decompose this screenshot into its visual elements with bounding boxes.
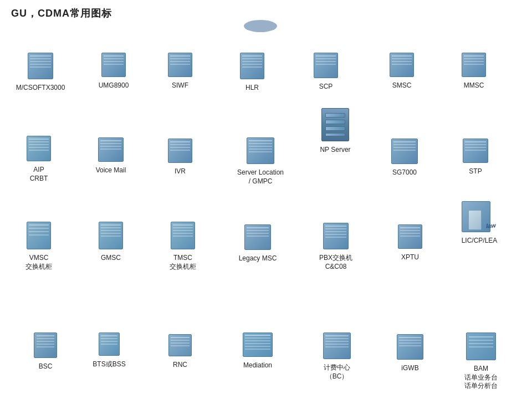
icon-umg: UMG8900 bbox=[89, 53, 139, 90]
icon-siwf-label: SIWF bbox=[172, 81, 188, 90]
icon-ivr: IVR bbox=[158, 139, 202, 176]
icon-aip-label: AIP CRBT bbox=[30, 166, 48, 183]
icon-vmsc: VMSC 交换机柜 bbox=[14, 222, 64, 271]
icon-jiefei-label: 计费中心 （BC） bbox=[324, 364, 350, 381]
icon-legacymsc-label: Legacy MSC bbox=[239, 254, 277, 263]
icon-gmsc: GMSC bbox=[89, 222, 133, 263]
icon-mediation: Mediation bbox=[230, 332, 285, 370]
icon-rnc-label: RNC bbox=[173, 361, 187, 370]
icon-bsc-label: BSC bbox=[39, 362, 53, 371]
icon-stp: STP bbox=[453, 139, 498, 176]
icon-gmsc-label: GMSC bbox=[101, 254, 121, 263]
page-title: GU，CDMA常用图标 bbox=[11, 7, 112, 20]
icon-scp-label: SCP bbox=[319, 83, 333, 91]
icon-mcsoft: M/CSOFTX3000 bbox=[10, 53, 71, 93]
icon-ivr-label: IVR bbox=[175, 167, 186, 176]
icon-siwf: SIWF bbox=[155, 53, 205, 90]
icon-stp-label: STP bbox=[469, 167, 482, 176]
icon-jiefei: 计费中心 （BC） bbox=[309, 332, 365, 381]
icon-bam: BAM 话单业务台 话单分析台 bbox=[453, 332, 509, 391]
icon-legacymsc: Legacy MSC bbox=[230, 224, 285, 263]
icon-npserver: NP Server bbox=[310, 108, 360, 155]
icon-xptu-label: XPTU bbox=[401, 253, 419, 262]
icon-liccp-label: LIC/CP/LEA bbox=[462, 237, 498, 245]
icon-vmail: Voice Mail bbox=[86, 137, 136, 175]
icon-tmsc: TMSC 交换机柜 bbox=[158, 222, 208, 271]
icon-pbx: PBX交换机 C&C08 bbox=[308, 223, 364, 271]
icon-bsc: BSC bbox=[23, 332, 68, 371]
icon-bts: BTS或BSS bbox=[84, 332, 134, 369]
icon-mmsc-label: MMSC bbox=[464, 81, 484, 90]
icon-mmsc: MMSC bbox=[452, 53, 496, 90]
icon-serverloc: Server Location / GMPC bbox=[233, 137, 288, 186]
icon-liccp: law LIC/CP/LEA bbox=[452, 197, 507, 245]
icon-sg7000-label: SG7000 bbox=[392, 168, 417, 177]
icon-igwb: iGWB bbox=[388, 334, 432, 373]
icon-serverloc-label: Server Location / GMPC bbox=[237, 168, 284, 186]
icon-vmail-label: Voice Mail bbox=[96, 166, 126, 175]
icon-mcsoft-label: M/CSOFTX3000 bbox=[16, 84, 65, 93]
icon-pbx-label: PBX交换机 C&C08 bbox=[319, 254, 352, 271]
icon-smsc: SMSC bbox=[380, 53, 424, 90]
icon-bam-label: BAM 话单业务台 话单分析台 bbox=[464, 365, 498, 391]
icon-vmsc-label: VMSC 交换机柜 bbox=[25, 254, 52, 271]
icon-sg7000: SG7000 bbox=[382, 139, 427, 177]
icon-hlr-label: HLR bbox=[245, 84, 259, 93]
top-ellipse-icon bbox=[238, 20, 283, 34]
icon-bts-label: BTS或BSS bbox=[93, 360, 125, 369]
icon-npserver-label: NP Server bbox=[320, 146, 350, 155]
icon-igwb-label: iGWB bbox=[401, 364, 418, 373]
icon-tmsc-label: TMSC 交换机柜 bbox=[170, 254, 196, 271]
icon-umg-label: UMG8900 bbox=[99, 81, 129, 90]
icon-xptu: XPTU bbox=[388, 224, 432, 262]
icon-hlr: HLR bbox=[230, 53, 274, 93]
icon-scp: SCP bbox=[304, 53, 348, 91]
icon-smsc-label: SMSC bbox=[392, 81, 412, 90]
icon-rnc: RNC bbox=[158, 334, 202, 370]
icon-mediation-label: Mediation bbox=[243, 361, 272, 370]
icon-aip: AIP CRBT bbox=[17, 136, 61, 183]
